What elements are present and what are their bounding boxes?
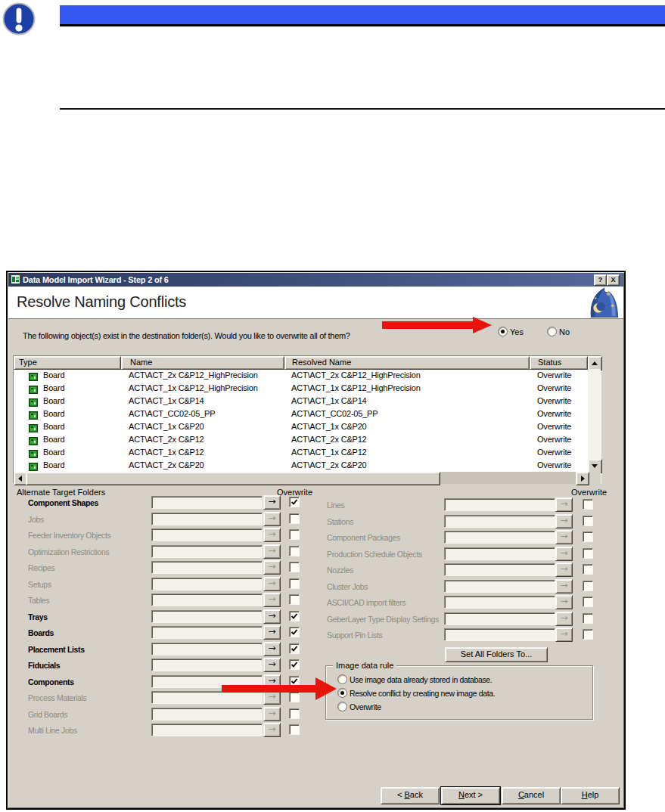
folder-input-tables[interactable] xyxy=(151,594,263,606)
overwrite-checkbox-component-packages[interactable] xyxy=(583,532,593,542)
overwrite-checkbox-production-schedule-objects[interactable] xyxy=(583,548,593,559)
overwrite-checkbox-setups[interactable] xyxy=(289,578,300,589)
overwrite-checkbox-boards[interactable] xyxy=(289,627,300,637)
folder-input-recipes[interactable] xyxy=(151,561,263,574)
browse-arrow-button-jobs[interactable]: → xyxy=(263,512,281,526)
scroll-right-button[interactable] xyxy=(576,472,589,485)
overwrite-checkbox-recipes[interactable] xyxy=(289,562,300,572)
vertical-scroll-track[interactable] xyxy=(588,369,601,459)
column-header-type[interactable]: Type xyxy=(14,356,121,370)
overwrite-checkbox-fiducials[interactable] xyxy=(289,659,300,670)
overwrite-checkbox-stations[interactable] xyxy=(583,516,593,526)
overwrite-checkbox-grid-boards[interactable] xyxy=(289,708,300,719)
browse-arrow-button-optimization-restrictions[interactable]: → xyxy=(263,544,281,559)
browse-arrow-button-feeder-inventory-objects[interactable]: → xyxy=(263,528,281,542)
browse-arrow-button-multi-line-jobs[interactable]: → xyxy=(263,723,281,737)
cell-type: Board xyxy=(43,383,64,392)
folder-input-trays[interactable] xyxy=(151,610,263,623)
overwrite-checkbox-jobs[interactable] xyxy=(289,513,300,524)
table-row[interactable]: BoardACT\ACT_2x C&P12ACT\ACT_2x C&P12Ove… xyxy=(14,433,588,446)
overwrite-checkbox-lines[interactable] xyxy=(583,499,593,510)
browse-arrow-button-lines[interactable]: → xyxy=(555,497,573,512)
cancel-button[interactable]: Cancel xyxy=(502,787,561,804)
overwrite-checkbox-trays[interactable] xyxy=(289,611,300,621)
browse-arrow-button-setups[interactable]: → xyxy=(263,577,281,591)
overwrite-checkbox-optimization-restrictions[interactable] xyxy=(289,546,300,556)
table-row[interactable]: BoardACT\ACT_1x C&P12_HighPrecisionACT\A… xyxy=(14,382,588,395)
folder-input-component-shapes[interactable] xyxy=(151,496,263,509)
browse-arrow-button-support-pin-lists[interactable]: → xyxy=(555,628,573,642)
cell-type: Board xyxy=(43,396,64,405)
overwrite-checkbox-geberlayer-type-display-settings[interactable] xyxy=(583,613,593,624)
column-header-resolved-name[interactable]: Resolved Name xyxy=(284,356,530,370)
help-button[interactable]: ? xyxy=(594,274,607,286)
overwrite-checkbox-ascii-cad-import-filters[interactable] xyxy=(583,597,593,607)
table-row[interactable]: BoardACT\ACT_CC02-05_PPACT\ACT_CC02-05_P… xyxy=(14,408,588,420)
folder-label-support-pin-lists: Support Pin Lists xyxy=(327,631,382,640)
image-rule-radio-overwrite[interactable] xyxy=(337,702,347,711)
browse-arrow-button-stations[interactable]: → xyxy=(555,514,573,528)
image-rule-radio-use-image-data-already-stored-in-database-[interactable] xyxy=(337,674,347,684)
set-all-folders-button[interactable]: Set All Folders To... xyxy=(445,647,548,662)
folder-input-lines[interactable] xyxy=(444,498,555,511)
folder-input-component-packages[interactable] xyxy=(444,531,555,544)
next-button[interactable]: Next > xyxy=(441,787,500,804)
browse-arrow-button-tables[interactable]: → xyxy=(263,593,281,607)
browse-arrow-button-grid-boards[interactable]: → xyxy=(263,707,281,721)
help-button[interactable]: Help xyxy=(561,787,620,804)
horizontal-scroll-thumb[interactable] xyxy=(26,472,440,485)
folder-input-grid-boards[interactable] xyxy=(151,708,263,721)
close-button[interactable]: X xyxy=(607,274,620,286)
folder-input-cluster-jobs[interactable] xyxy=(444,580,555,593)
cell-name: ACT\ACT_1x C&P20 xyxy=(129,422,204,431)
browse-arrow-button-cluster-jobs[interactable]: → xyxy=(555,579,573,594)
folder-input-optimization-restrictions[interactable] xyxy=(151,545,263,558)
browse-arrow-button-geberlayer-type-display-settings[interactable]: → xyxy=(555,612,573,626)
overwrite-checkbox-placement-lists[interactable] xyxy=(289,643,300,654)
overwrite-checkbox-cluster-jobs[interactable] xyxy=(583,581,593,591)
folder-input-nozzles[interactable] xyxy=(444,563,555,576)
table-row[interactable]: BoardACT\ACT_1x C&P20ACT\ACT_1x C&P20Ove… xyxy=(14,420,588,433)
conflicts-table[interactable]: TypeNameResolved NameStatus BoardACT\ACT… xyxy=(13,355,601,484)
overwrite-all-radio-yes[interactable] xyxy=(498,327,508,336)
overwrite-all-radio-no[interactable] xyxy=(547,327,557,336)
table-row[interactable]: BoardACT\ACT_2x C&P12_HighPrecisionACT\A… xyxy=(14,369,588,382)
browse-arrow-button-component-packages[interactable]: → xyxy=(555,530,573,544)
overwrite-checkbox-tables[interactable] xyxy=(289,594,300,605)
folder-input-support-pin-lists[interactable] xyxy=(444,628,555,641)
browse-arrow-button-nozzles[interactable]: → xyxy=(555,563,573,577)
table-row[interactable]: BoardACT\ACT_1x C&P14ACT\ACT_1x C&P14Ove… xyxy=(14,395,588,408)
table-row[interactable]: BoardACT\ACT_2x C&P20ACT\ACT_2x C&P20Ove… xyxy=(14,459,588,472)
overwrite-checkbox-multi-line-jobs[interactable] xyxy=(289,724,300,735)
overwrite-checkbox-support-pin-lists[interactable] xyxy=(583,629,593,640)
folder-input-geberlayer-type-display-settings[interactable] xyxy=(444,612,555,625)
folder-input-stations[interactable] xyxy=(444,515,555,528)
browse-arrow-button-production-schedule-objects[interactable]: → xyxy=(555,547,573,561)
browse-arrow-button-component-shapes[interactable]: → xyxy=(263,495,281,510)
folder-input-setups[interactable] xyxy=(151,578,263,590)
overwrite-checkbox-component-shapes[interactable] xyxy=(289,497,300,507)
browse-arrow-button-trays[interactable]: → xyxy=(263,609,281,624)
folder-input-placement-lists[interactable] xyxy=(151,643,263,655)
browse-arrow-button-recipes[interactable]: → xyxy=(263,560,281,575)
folder-input-multi-line-jobs[interactable] xyxy=(151,724,263,736)
dialog-titlebar[interactable]: Data Model Import Wizard - Step 2 of 6 ?… xyxy=(8,273,623,287)
browse-arrow-button-fiducials[interactable]: → xyxy=(263,658,281,672)
folder-label-nozzles: Nozzles xyxy=(327,566,353,575)
browse-arrow-button-boards[interactable]: → xyxy=(263,625,281,640)
overwrite-checkbox-nozzles[interactable] xyxy=(583,564,593,575)
overwrite-checkbox-feeder-inventory-objects[interactable] xyxy=(289,529,300,540)
folder-input-ascii-cad-import-filters[interactable] xyxy=(444,596,555,609)
back-button[interactable]: < Back xyxy=(381,787,440,804)
folder-input-feeder-inventory-objects[interactable] xyxy=(151,528,263,541)
browse-arrow-button-ascii-cad-import-filters[interactable]: → xyxy=(555,595,573,609)
column-header-name[interactable]: Name xyxy=(121,356,284,370)
folder-input-fiducials[interactable] xyxy=(151,659,263,671)
folder-input-boards[interactable] xyxy=(151,626,263,639)
column-header-status[interactable]: Status xyxy=(530,356,588,370)
browse-arrow-button-placement-lists[interactable]: → xyxy=(263,642,281,656)
table-row[interactable]: BoardACT\ACT_1x C&P12ACT\ACT_1x C&P12Ove… xyxy=(14,446,588,459)
image-rule-radio-resolve-conflict-by-creating-new-image-data-[interactable] xyxy=(337,688,347,698)
folder-input-jobs[interactable] xyxy=(151,513,263,525)
folder-input-production-schedule-objects[interactable] xyxy=(444,547,555,560)
